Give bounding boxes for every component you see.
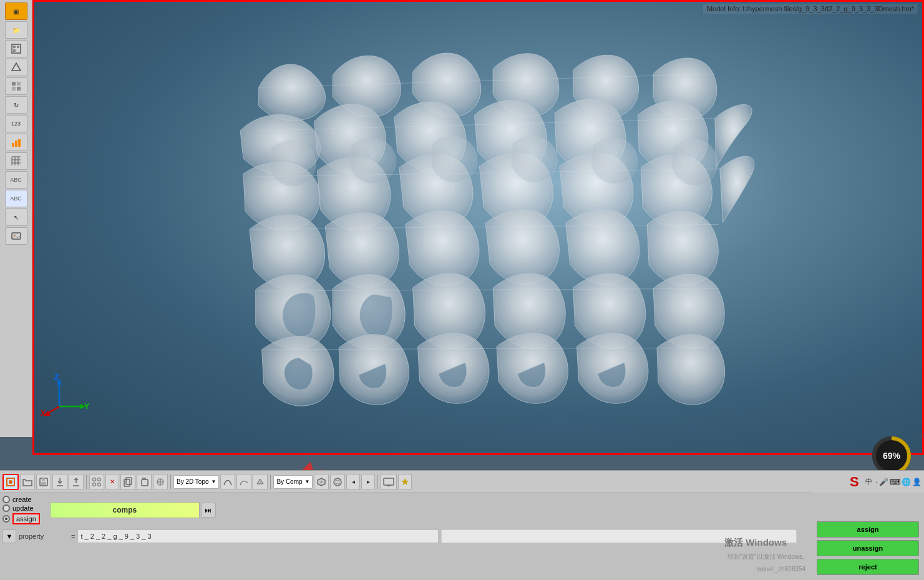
comps-input-bar: ⏭	[50, 502, 216, 518]
ime-indicator: 中	[865, 477, 872, 486]
prev-btn[interactable]: ◂	[346, 474, 360, 490]
activate-subtitle: 转到"设置"以激活 Windows。	[727, 553, 809, 560]
mesh-tool-icon[interactable]	[5, 59, 27, 76]
svg-rect-6	[17, 82, 21, 86]
property-value-text: t _ 2 _ 2 _ g _ 9 _ 3 _ 3	[80, 533, 151, 540]
curve-btn[interactable]	[220, 474, 235, 490]
by-2d-topo-label: By 2D Topo	[177, 478, 209, 485]
svg-point-51	[98, 483, 101, 486]
svg-point-42	[9, 480, 12, 484]
svg-rect-53	[124, 479, 130, 486]
assign-label: assign	[12, 513, 40, 524]
create-radio-dot	[2, 496, 10, 503]
abc1-tool-icon[interactable]: ABC	[5, 171, 27, 189]
model-info-bar: Model Info: l:/hypermesh files/g_9_3_3/t…	[703, 4, 918, 14]
svg-rect-9	[12, 143, 14, 147]
svg-text:X: X	[41, 409, 46, 416]
assign-radio-dot	[2, 515, 10, 523]
svg-line-20	[259, 74, 715, 87]
next-btn[interactable]: ▸	[361, 474, 375, 490]
abc2-tool-icon[interactable]: ABC	[5, 190, 27, 207]
rotate-tool-icon[interactable]: ↻	[5, 96, 27, 114]
by-2d-topo-dropdown[interactable]: By 2D Topo ▼	[173, 475, 219, 489]
svg-rect-11	[18, 139, 21, 147]
3d-viewport[interactable]: Z Y X	[32, 0, 924, 455]
property-label: property	[19, 533, 69, 540]
svg-text:Z: Z	[54, 373, 59, 381]
right-action-panel: assign unassign reject	[812, 493, 924, 580]
svg-point-50	[93, 483, 96, 486]
left-toolbar: ▣ 📁 ↻ 123 ABC ABC ↖	[0, 0, 32, 437]
pointer-tool-icon[interactable]: ↖	[5, 209, 27, 226]
svg-line-24	[258, 288, 719, 291]
svg-rect-2	[17, 46, 19, 48]
grid-tool-icon[interactable]	[5, 152, 27, 170]
svg-marker-4	[12, 63, 21, 71]
update-radio-dot	[2, 504, 10, 512]
windows-activate-sub: 转到"设置"以激活 Windows。	[727, 553, 809, 561]
select-tool-btn[interactable]	[2, 474, 19, 490]
comps-input-field[interactable]	[50, 502, 200, 518]
svg-rect-10	[15, 140, 17, 147]
update-label: update	[12, 504, 34, 512]
svg-rect-3	[13, 49, 16, 52]
svg-rect-44	[41, 482, 46, 485]
svg-rect-54	[142, 479, 148, 486]
svg-point-64	[336, 478, 339, 486]
property-dropdown-btn[interactable]: ▼	[2, 529, 16, 543]
svg-rect-1	[13, 46, 16, 48]
svg-point-49	[98, 478, 101, 481]
assign-radio[interactable]: assign	[2, 513, 40, 524]
display-btn[interactable]	[381, 474, 397, 490]
operation-radio-group: create update assign	[2, 496, 40, 524]
taskbar-icons: ·🎤⌨🌐👤	[876, 478, 922, 486]
copy-btn[interactable]	[120, 474, 135, 490]
create-radio[interactable]: create	[2, 496, 40, 503]
svg-rect-52	[126, 478, 132, 484]
component-tool-icon[interactable]	[5, 77, 27, 95]
activate-title: 激活 Windows	[724, 537, 787, 548]
save-file-btn[interactable]	[36, 474, 51, 490]
reject-button[interactable]: reject	[817, 559, 919, 575]
import-btn[interactable]	[52, 474, 67, 490]
surface-btn[interactable]	[236, 474, 251, 490]
svg-rect-65	[384, 478, 394, 485]
assign-button[interactable]: assign	[817, 521, 919, 538]
select-tool-icon[interactable]: ▣	[5, 2, 27, 20]
svg-rect-7	[12, 87, 16, 91]
property-equals: =	[71, 533, 75, 540]
svg-point-63	[334, 480, 341, 483]
delete-btn[interactable]: ✕	[105, 474, 119, 490]
create-label: create	[12, 496, 32, 503]
weixin-username: weixin_zh828354	[757, 566, 805, 573]
view-tool-icon[interactable]	[5, 40, 27, 57]
svg-line-25	[262, 348, 720, 350]
export-btn[interactable]	[69, 474, 84, 490]
open-file-btn[interactable]	[20, 474, 35, 490]
solid-btn[interactable]	[253, 474, 268, 490]
update-radio[interactable]: update	[2, 504, 40, 512]
unassign-button[interactable]: unassign	[817, 540, 919, 556]
by-comp-label: By Comp	[276, 478, 302, 485]
svg-rect-8	[17, 87, 21, 91]
svg-text:69%: 69%	[883, 451, 901, 461]
cube-btn[interactable]	[314, 474, 329, 490]
star-btn[interactable]: ★	[398, 474, 412, 490]
image-tool-icon[interactable]	[5, 227, 27, 245]
sphere-view-btn[interactable]	[330, 474, 345, 490]
transform-btn[interactable]	[89, 474, 104, 490]
comps-end-btn[interactable]: ⏭	[201, 503, 216, 518]
3d-mesh-object	[167, 38, 807, 408]
misc-btn[interactable]	[153, 474, 168, 490]
files-tool-icon[interactable]: 📁	[5, 21, 27, 39]
paste-btn[interactable]	[137, 474, 152, 490]
chart-tool-icon[interactable]	[5, 134, 27, 151]
weixin-icon: S	[850, 474, 859, 490]
windows-activate-text: 激活 Windows	[724, 537, 787, 549]
by-comp-dropdown[interactable]: By Comp ▼	[273, 475, 313, 489]
svg-point-62	[334, 478, 341, 486]
number-tool-icon[interactable]: 123	[5, 115, 27, 132]
property-value-display: t _ 2 _ 2 _ g _ 9 _ 3 _ 3	[77, 529, 438, 543]
svg-rect-5	[12, 82, 16, 86]
svg-text:Y: Y	[84, 402, 89, 411]
